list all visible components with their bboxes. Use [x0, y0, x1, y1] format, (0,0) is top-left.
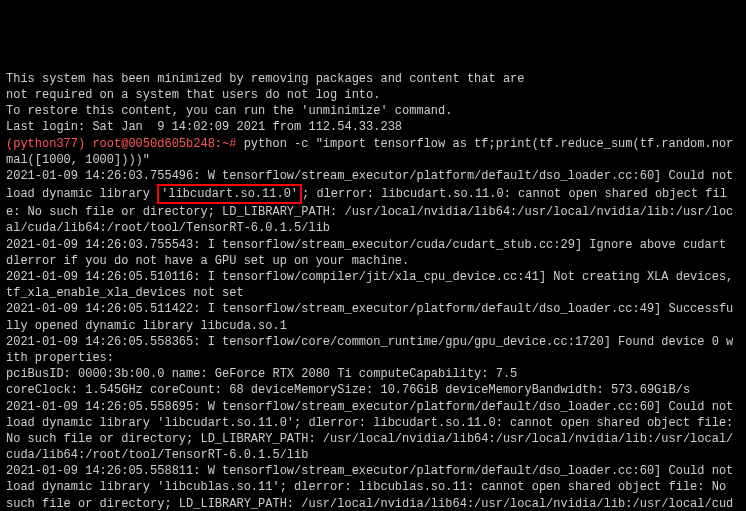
log-line: 2021-01-09 14:26:05.510116: I tensorflow… [6, 269, 740, 301]
motd-line: To restore this content, you can run the… [6, 103, 740, 119]
log-line: 2021-01-09 14:26:03.755496: W tensorflow… [6, 168, 740, 237]
log-line: 2021-01-09 14:26:05.558695: W tensorflow… [6, 399, 740, 464]
log-line: pciBusID: 0000:3b:00.0 name: GeForce RTX… [6, 366, 740, 382]
log-line: coreClock: 1.545GHz coreCount: 68 device… [6, 382, 740, 398]
terminal-output[interactable]: This system has been minimized by removi… [6, 71, 740, 511]
log-line: 2021-01-09 14:26:05.511422: I tensorflow… [6, 301, 740, 333]
log-line: 2021-01-09 14:26:05.558811: W tensorflow… [6, 463, 740, 511]
shell-prompt: (python377) root@0050d605b248:~# [6, 137, 244, 151]
highlighted-library: 'libcudart.so.11.0' [157, 184, 302, 204]
motd-line: not required on a system that users do n… [6, 87, 740, 103]
log-line: 2021-01-09 14:26:05.558365: I tensorflow… [6, 334, 740, 366]
log-line: 2021-01-09 14:26:03.755543: I tensorflow… [6, 237, 740, 269]
motd-line: This system has been minimized by removi… [6, 71, 740, 87]
last-login-line: Last login: Sat Jan 9 14:02:09 2021 from… [6, 119, 740, 135]
command-line: (python377) root@0050d605b248:~# python … [6, 136, 740, 168]
